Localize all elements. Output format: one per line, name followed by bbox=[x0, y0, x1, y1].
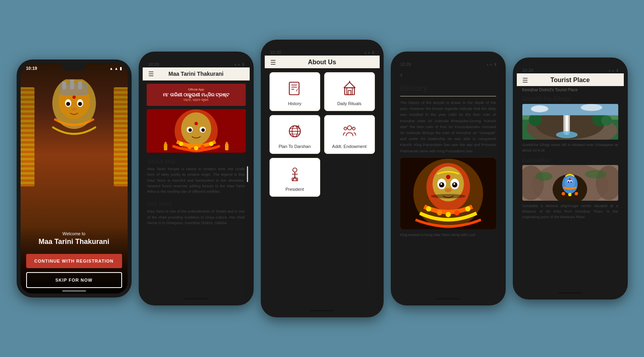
daily-rituals-card[interactable]: Daily Rituals bbox=[324, 72, 375, 111]
continue-registration-button[interactable]: CONTINUE WITH REGISTRATION bbox=[26, 254, 122, 268]
svg-line-53 bbox=[292, 177, 294, 180]
deity-history-image bbox=[400, 158, 496, 229]
plan-darshan-icon bbox=[285, 122, 304, 141]
phone1-time: 10:19 bbox=[26, 66, 37, 71]
svg-point-27 bbox=[164, 142, 167, 146]
our-seva-text: Maa Tarini is one of the embodiments of … bbox=[143, 209, 250, 229]
svg-point-48 bbox=[344, 127, 347, 130]
menu-icon[interactable]: ☰ bbox=[270, 59, 276, 66]
svg-rect-4 bbox=[70, 79, 74, 89]
our-seva-title: Our Seva bbox=[143, 198, 250, 209]
phone1-background: 10:19 ▲ ▲ ▮ Welcome to Maa Tarini Thakur… bbox=[21, 63, 128, 294]
wifi-icon: ▲ bbox=[115, 66, 118, 71]
phone5-notch bbox=[562, 61, 578, 67]
svg-point-50 bbox=[292, 168, 297, 172]
place2-image bbox=[522, 165, 618, 201]
president-icon bbox=[285, 165, 304, 184]
about-us-grid: History bbox=[265, 68, 380, 201]
signal-icon: ▲▲ bbox=[234, 62, 241, 66]
welcome-to-text: Welcome to bbox=[26, 231, 122, 236]
svg-point-101 bbox=[568, 193, 571, 196]
home-indicator bbox=[184, 298, 208, 299]
about-maa-text: Maa Tarini Temple is raised in modern ti… bbox=[143, 166, 250, 198]
phone4-status-icons: ▲▲ ▮ bbox=[486, 62, 496, 66]
svg-point-81 bbox=[556, 131, 578, 138]
svg-rect-3 bbox=[62, 81, 66, 89]
skip-button[interactable]: SKIP FOR NOW bbox=[26, 272, 122, 288]
official-app-banner: Official App ମା' ତାରିଣୀ ଠାକୁରାଣୀ ମନ୍ଦିର … bbox=[147, 84, 246, 106]
phone2-time: 10:20 bbox=[148, 62, 159, 67]
history-text: The history of the temple is drawn in th… bbox=[395, 100, 502, 158]
svg-point-71 bbox=[454, 210, 459, 215]
signal-icon: ▲▲ bbox=[486, 62, 493, 66]
odia-subtext: ଗଢ଼ଗଁ, ବ୍ୟାଳ ଭୂଷଣ bbox=[151, 98, 241, 102]
about-maa-title: About Maa bbox=[143, 155, 250, 166]
svg-rect-5 bbox=[78, 81, 82, 89]
svg-rect-29 bbox=[289, 82, 299, 95]
back-button[interactable]: ‹ bbox=[395, 67, 502, 82]
official-app-label: Official App bbox=[151, 88, 241, 91]
daily-rituals-icon bbox=[340, 79, 359, 98]
svg-point-84 bbox=[601, 115, 612, 126]
menu-icon[interactable]: ☰ bbox=[148, 70, 154, 78]
svg-point-67 bbox=[445, 188, 452, 192]
app-title: Maa Tarini Thakurani bbox=[26, 238, 122, 246]
svg-point-104 bbox=[585, 170, 607, 178]
endowment-icon bbox=[340, 122, 359, 141]
phone3-time: 10:20 bbox=[270, 50, 281, 55]
phone5-header: ☰ Tourist Place bbox=[517, 73, 624, 86]
svg-point-20 bbox=[179, 142, 183, 146]
scroll-indicator bbox=[247, 166, 248, 182]
svg-point-28 bbox=[225, 142, 228, 146]
svg-point-73 bbox=[431, 194, 466, 198]
addt-endowment-card[interactable]: Addt. Endowment bbox=[324, 115, 375, 154]
phone3-status-icons: ▲▲ ▮ bbox=[364, 50, 374, 54]
svg-point-63 bbox=[452, 182, 457, 187]
place1-title: Gundicha Ghagi bbox=[517, 93, 624, 104]
phone4-notch bbox=[440, 56, 456, 61]
svg-point-8 bbox=[66, 102, 70, 106]
battery-icon: ▮ bbox=[242, 62, 244, 66]
phone2-about-maa: 10:20 ▲▲ ▮ ☰ Maa Tarini Thakurani Offici… bbox=[139, 52, 254, 305]
history-title: History bbox=[395, 82, 502, 96]
svg-point-100 bbox=[562, 192, 565, 195]
odia-temple-text: ମା' ତାରିଣୀ ଠାକୁରାଣୀ ମନ୍ଦିର ଟ୍ରଷ୍ଟ bbox=[151, 92, 241, 98]
svg-point-103 bbox=[535, 172, 552, 180]
deity-photo bbox=[147, 109, 246, 153]
svg-point-47 bbox=[347, 126, 352, 130]
svg-point-22 bbox=[194, 146, 198, 150]
phone1-bottom-overlay: Welcome to Maa Tarini Thakurani CONTINUE… bbox=[21, 226, 128, 294]
tourist-place-title: Tourist Place bbox=[550, 77, 590, 84]
menu-icon[interactable]: ☰ bbox=[522, 77, 528, 84]
svg-point-86 bbox=[531, 106, 548, 112]
phone3-about-us: 10:20 ▲▲ ▮ ☰ About Us bbox=[261, 40, 384, 317]
daily-rituals-label: Daily Rituals bbox=[337, 101, 361, 106]
svg-point-21 bbox=[187, 145, 192, 149]
svg-point-14 bbox=[181, 112, 211, 145]
deity-face-area bbox=[42, 79, 106, 151]
phone2-title: Maa Tarini Thakurani bbox=[168, 71, 224, 77]
svg-point-70 bbox=[445, 212, 451, 217]
president-card[interactable]: President bbox=[269, 158, 320, 197]
plan-to-darshan-card[interactable]: Plan To Darshan bbox=[269, 115, 320, 154]
svg-point-19 bbox=[194, 122, 198, 125]
image-caption: King wanted to bring Maa Tarini along wi… bbox=[395, 232, 502, 238]
phone4-time: 10:20 bbox=[400, 62, 411, 67]
phone5-time: 10:20 bbox=[522, 68, 533, 73]
history-icon bbox=[285, 79, 304, 98]
history-card[interactable]: History bbox=[269, 72, 320, 111]
svg-point-68 bbox=[426, 206, 431, 211]
phone2-notch bbox=[188, 56, 204, 61]
phone2-status-icons: ▲▲ ▮ bbox=[234, 62, 244, 66]
svg-point-62 bbox=[439, 182, 444, 187]
svg-point-87 bbox=[581, 104, 602, 111]
president-label: President bbox=[285, 187, 304, 192]
svg-point-102 bbox=[574, 192, 578, 195]
svg-point-24 bbox=[209, 142, 213, 146]
place2-description: Gonasika a famous pilgrimage centre situ… bbox=[517, 202, 624, 222]
tourist-subtitle: Keonjhar District's Tourist Place bbox=[517, 86, 624, 93]
endowment-label: Addt. Endowment bbox=[332, 144, 367, 149]
phone5-status-icons: ▲▲ ▮ bbox=[608, 68, 618, 72]
svg-rect-36 bbox=[348, 90, 351, 95]
battery-icon: ▮ bbox=[494, 62, 496, 66]
